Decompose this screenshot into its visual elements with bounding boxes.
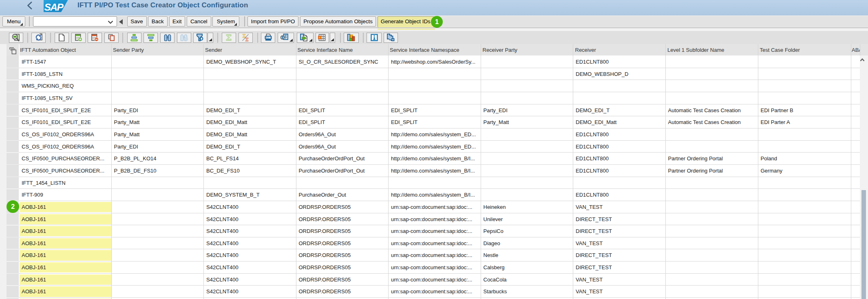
svg-text:SAP: SAP <box>44 2 64 12</box>
